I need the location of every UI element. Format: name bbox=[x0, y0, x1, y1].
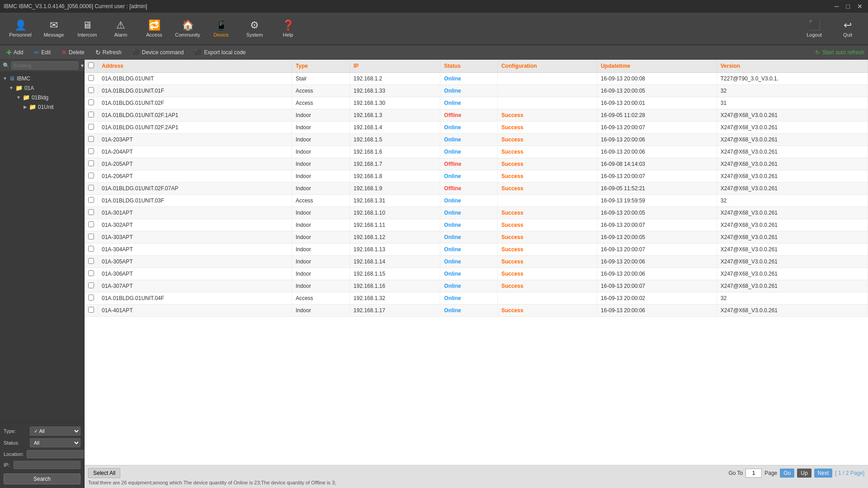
table-row[interactable]: 01A-304APT Indoor 192.168.1.13 Online Su… bbox=[85, 244, 868, 256]
table-row[interactable]: 01A.01BLDG.01UNIT.02F.1AP1 Indoor 192.16… bbox=[85, 109, 868, 122]
row-status: Online bbox=[440, 219, 498, 231]
add-button[interactable]: ✚ Add bbox=[4, 48, 26, 57]
go-button[interactable]: Go bbox=[780, 469, 794, 478]
table-row[interactable]: 01A-302APT Indoor 192.168.1.11 Online Su… bbox=[85, 219, 868, 231]
nav-system[interactable]: ⚙ System bbox=[239, 14, 270, 43]
row-checkbox[interactable] bbox=[85, 122, 98, 134]
table-row[interactable]: 01A-206APT Indoor 192.168.1.8 Online Suc… bbox=[85, 170, 868, 183]
row-checkbox[interactable] bbox=[85, 146, 98, 158]
table-row[interactable]: 01A.01BLDG.01UNIT.04F Access 192.168.1.3… bbox=[85, 292, 868, 305]
row-address: 01A-205APT bbox=[98, 158, 292, 170]
export-local-code-button[interactable]: ⬛ Export local code bbox=[192, 48, 248, 57]
row-ip: 192.168.1.14 bbox=[350, 256, 440, 268]
tree-node-01a[interactable]: ▼ 📁 01A bbox=[0, 83, 84, 93]
row-config: Success bbox=[497, 146, 597, 158]
row-checkbox[interactable] bbox=[85, 207, 98, 219]
up-button[interactable]: Up bbox=[797, 469, 811, 478]
row-checkbox[interactable] bbox=[85, 280, 98, 292]
table-row[interactable]: 01A-203APT Indoor 192.168.1.5 Online Suc… bbox=[85, 134, 868, 146]
page-label: Page bbox=[764, 470, 777, 476]
tree-node-01unit-label: 01Unit bbox=[38, 104, 54, 110]
row-checkbox[interactable] bbox=[85, 292, 98, 305]
edit-button[interactable]: ✏ Edit bbox=[31, 48, 53, 57]
row-updatetime: 16-09-13 20:00:07 bbox=[597, 170, 717, 183]
location-input[interactable] bbox=[27, 450, 85, 458]
row-config: Success bbox=[497, 280, 597, 292]
row-checkbox[interactable] bbox=[85, 97, 98, 109]
row-type: Stair bbox=[292, 73, 349, 85]
row-ip: 192.168.1.12 bbox=[350, 231, 440, 244]
row-checkbox[interactable] bbox=[85, 256, 98, 268]
row-checkbox[interactable] bbox=[85, 170, 98, 183]
refresh-button[interactable]: ↻ Refresh bbox=[93, 48, 124, 57]
table-row[interactable]: 01A-306APT Indoor 192.168.1.15 Online Su… bbox=[85, 268, 868, 280]
nav-alarm[interactable]: ⚠ Alarm bbox=[105, 14, 137, 43]
row-checkbox[interactable] bbox=[85, 158, 98, 170]
row-checkbox[interactable] bbox=[85, 85, 98, 97]
type-select[interactable]: ✓ All Indoor Access Stair bbox=[30, 427, 80, 436]
tree-node-01bldg[interactable]: ▼ 📁 01Bldg bbox=[0, 93, 84, 102]
status-select[interactable]: All Online Offline bbox=[30, 438, 80, 447]
next-button[interactable]: Next bbox=[814, 469, 833, 478]
table-row[interactable]: 01A-205APT Indoor 192.168.1.7 Offline Su… bbox=[85, 158, 868, 170]
tree-node-ibmc[interactable]: ▼ 🖥 IBMC bbox=[0, 74, 84, 83]
row-checkbox[interactable] bbox=[85, 73, 98, 85]
table-row[interactable]: 01A-305APT Indoor 192.168.1.14 Online Su… bbox=[85, 256, 868, 268]
table-row[interactable]: 01A-401APT Indoor 192.168.1.17 Online Su… bbox=[85, 305, 868, 317]
nav-intercom[interactable]: 🖥 Intercom bbox=[71, 14, 103, 43]
table-body: 01A.01BLDG.01UNIT Stair 192.168.1.2 Onli… bbox=[85, 73, 868, 317]
row-status: Online bbox=[440, 85, 498, 97]
table-row[interactable]: 01A.01BLDG.01UNIT.01F Access 192.168.1.3… bbox=[85, 85, 868, 97]
header-checkbox[interactable] bbox=[88, 62, 94, 68]
row-status: Online bbox=[440, 256, 498, 268]
table-row[interactable]: 01A-204APT Indoor 192.168.1.6 Online Suc… bbox=[85, 146, 868, 158]
delete-label: Delete bbox=[69, 49, 85, 56]
maximize-button[interactable]: □ bbox=[844, 3, 852, 10]
minimize-button[interactable]: ─ bbox=[833, 3, 841, 10]
row-checkbox[interactable] bbox=[85, 305, 98, 317]
filter-location-row: Location: bbox=[4, 450, 80, 458]
row-checkbox[interactable] bbox=[85, 195, 98, 207]
row-type: Access bbox=[292, 195, 349, 207]
nav-help-label: Help bbox=[283, 32, 293, 38]
device-command-button[interactable]: ⬛ Device command bbox=[130, 48, 187, 57]
nav-quit[interactable]: ↩ Quit bbox=[832, 14, 863, 43]
add-label: Add bbox=[14, 49, 23, 56]
nav-device[interactable]: 📱 Device bbox=[205, 14, 237, 43]
nav-personnel[interactable]: 👤 Personnel bbox=[5, 14, 36, 43]
table-row[interactable]: 01A-307APT Indoor 192.168.1.16 Online Su… bbox=[85, 280, 868, 292]
table-row[interactable]: 01A.01BLDG.01UNIT.02F.07AP Indoor 192.16… bbox=[85, 183, 868, 195]
row-checkbox[interactable] bbox=[85, 244, 98, 256]
select-all-button[interactable]: Select All bbox=[88, 468, 120, 478]
auto-refresh-button[interactable]: ↻ Start auto refresh bbox=[815, 49, 864, 56]
delete-button[interactable]: ✕ Delete bbox=[59, 48, 87, 57]
col-type: Type bbox=[292, 60, 349, 73]
row-status: Online bbox=[440, 170, 498, 183]
nav-message-label: Message bbox=[44, 32, 64, 38]
row-version: X247@X68_V3.0.0.261 bbox=[717, 231, 868, 244]
ip-input[interactable] bbox=[14, 461, 80, 469]
row-checkbox[interactable] bbox=[85, 219, 98, 231]
nav-message[interactable]: ✉ Message bbox=[38, 14, 70, 43]
row-checkbox[interactable] bbox=[85, 231, 98, 244]
tree-node-01unit[interactable]: ▶ 📁 01Unit bbox=[0, 102, 84, 112]
nav-community[interactable]: 🏠 Community bbox=[172, 14, 203, 43]
sidebar-search-input[interactable] bbox=[11, 61, 78, 70]
table-row[interactable]: 01A.01BLDG.01UNIT Stair 192.168.1.2 Onli… bbox=[85, 73, 868, 85]
nav-access[interactable]: 🔁 Access bbox=[138, 14, 170, 43]
close-button[interactable]: ✕ bbox=[855, 3, 864, 10]
row-checkbox[interactable] bbox=[85, 183, 98, 195]
row-type: Indoor bbox=[292, 170, 349, 183]
row-checkbox[interactable] bbox=[85, 268, 98, 280]
table-row[interactable]: 01A-303APT Indoor 192.168.1.12 Online Su… bbox=[85, 231, 868, 244]
table-row[interactable]: 01A-301APT Indoor 192.168.1.10 Online Su… bbox=[85, 207, 868, 219]
table-row[interactable]: 01A.01BLDG.01UNIT.02F Access 192.168.1.3… bbox=[85, 97, 868, 109]
table-row[interactable]: 01A.01BLDG.01UNIT.02F.2AP1 Indoor 192.16… bbox=[85, 122, 868, 134]
row-checkbox[interactable] bbox=[85, 109, 98, 122]
nav-help[interactable]: ❓ Help bbox=[272, 14, 304, 43]
row-checkbox[interactable] bbox=[85, 134, 98, 146]
search-button[interactable]: Search bbox=[4, 474, 80, 484]
table-row[interactable]: 01A.01BLDG.01UNIT.03F Access 192.168.1.3… bbox=[85, 195, 868, 207]
page-input[interactable] bbox=[745, 469, 762, 478]
nav-logout[interactable]: ⬛ Logout bbox=[798, 14, 830, 43]
